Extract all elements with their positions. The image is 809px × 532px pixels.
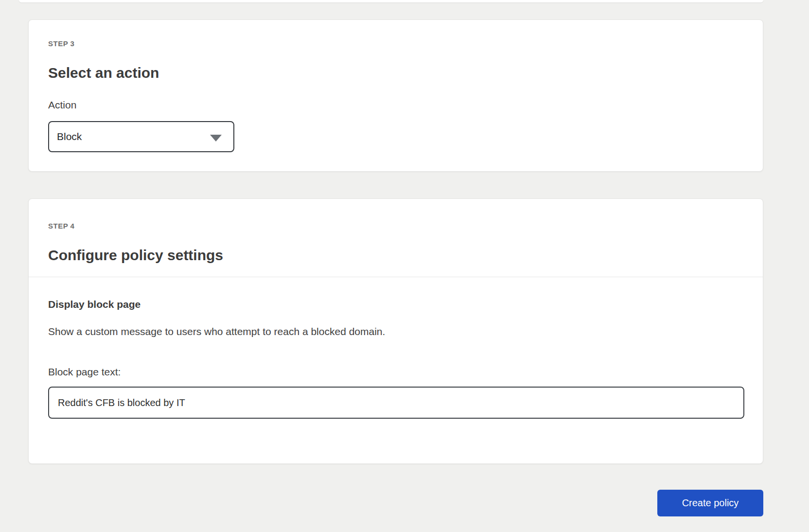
step-3-title: Select an action bbox=[48, 65, 159, 81]
step-3-card: STEP 3 Select an action Action Block bbox=[28, 19, 763, 172]
step-4-label: STEP 4 bbox=[48, 222, 74, 230]
step-3-label: STEP 3 bbox=[48, 39, 74, 48]
action-select[interactable]: Block bbox=[48, 121, 234, 152]
step-4-card: STEP 4 Configure policy settings Display… bbox=[28, 198, 763, 464]
display-block-page-title: Display block page bbox=[48, 299, 141, 310]
display-block-page-description: Show a custom message to users who attem… bbox=[48, 326, 385, 337]
policy-builder-page: STEP 3 Select an action Action Block STE… bbox=[0, 0, 809, 532]
step-4-title: Configure policy settings bbox=[48, 247, 223, 263]
action-select-value: Block bbox=[57, 131, 82, 142]
block-page-text-input[interactable] bbox=[48, 387, 744, 419]
block-page-text-label: Block page text: bbox=[48, 366, 121, 378]
previous-step-card-edge bbox=[19, 0, 763, 2]
chevron-down-icon bbox=[210, 135, 222, 142]
card-header-divider bbox=[29, 277, 763, 277]
create-policy-button[interactable]: Create policy bbox=[657, 490, 763, 516]
action-field-label: Action bbox=[48, 99, 76, 111]
